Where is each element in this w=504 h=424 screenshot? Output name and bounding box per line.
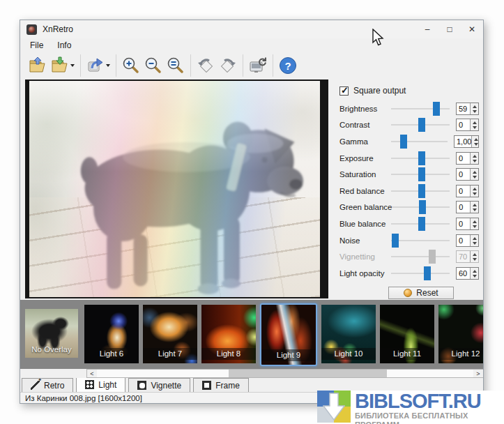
spin-down-icon[interactable] (471, 224, 478, 229)
spin-up-icon[interactable] (471, 268, 478, 273)
close-button[interactable]: ✕ (461, 20, 483, 38)
slider-thumb[interactable] (429, 250, 436, 264)
value-spinbox[interactable]: 60 (456, 267, 479, 280)
value-spinbox[interactable]: 0 (456, 218, 479, 230)
vignette-icon (137, 381, 146, 390)
slider-thumb[interactable] (433, 102, 440, 116)
spin-up-icon[interactable] (471, 103, 478, 109)
spin-up-icon[interactable] (471, 202, 478, 207)
spin-up-icon[interactable] (471, 218, 478, 224)
slider-thumb[interactable] (418, 184, 425, 198)
scroll-left-icon[interactable]: < (87, 370, 97, 377)
spin-down-icon[interactable] (471, 273, 478, 279)
filmstrip-scrollbar[interactable]: < > (86, 369, 484, 378)
display-settings-button[interactable] (247, 54, 269, 77)
tab-retro[interactable]: Retro (22, 378, 73, 392)
slider[interactable] (391, 151, 450, 165)
slider-thumb[interactable] (418, 167, 425, 181)
value-spinbox[interactable]: 0 (456, 234, 479, 247)
scrollbar-thumb[interactable] (229, 370, 387, 377)
open-file-button[interactable] (26, 54, 49, 77)
value-spinbox[interactable]: 0 (456, 185, 479, 197)
reset-label: Reset (416, 288, 438, 298)
overlay-thumbnail-light-8[interactable]: Light 8 (201, 305, 256, 363)
spin-down-icon[interactable] (471, 207, 478, 213)
menu-item-file[interactable]: File (23, 39, 50, 52)
spin-up-icon[interactable] (471, 153, 478, 158)
value-spinbox[interactable]: 59 (456, 103, 479, 115)
slider[interactable] (391, 118, 450, 132)
slider[interactable] (391, 102, 450, 116)
slider[interactable] (391, 250, 450, 264)
spin-down-icon[interactable] (471, 125, 478, 130)
slider-thumb[interactable] (419, 200, 426, 214)
spinbox-arrows (470, 153, 478, 164)
slider-label: Red balance (339, 187, 391, 195)
title-bar[interactable]: XnRetro –□✕ (20, 20, 483, 38)
spinbox-value: 60 (457, 268, 470, 279)
value-spinbox[interactable]: 0 (456, 152, 479, 165)
slider-thumb[interactable] (392, 234, 399, 248)
spin-down-icon[interactable] (471, 109, 478, 114)
rotate-left-button[interactable] (194, 54, 217, 77)
slider[interactable] (391, 184, 450, 198)
slider-thumb[interactable] (418, 217, 425, 231)
overlay-thumbnail-light-12[interactable]: Light 12 (438, 305, 484, 363)
slider-thumb[interactable] (418, 118, 425, 132)
zoom-actual-button[interactable] (165, 54, 187, 77)
spin-down-icon[interactable] (471, 174, 478, 180)
rotate-right-button[interactable] (217, 54, 239, 77)
slider-thumb[interactable] (424, 266, 431, 280)
help-button[interactable]: ? (277, 54, 299, 77)
spin-up-icon[interactable] (472, 136, 478, 142)
overlay-thumbnail-label: Light 12 (438, 348, 484, 360)
wand-icon (31, 381, 40, 390)
scroll-right-icon[interactable]: > (473, 370, 483, 377)
spin-up-icon[interactable] (471, 235, 478, 241)
value-spinbox[interactable]: 0 (456, 119, 479, 131)
zoom-out-button[interactable] (142, 54, 165, 77)
watermark-subtitle: БИБЛИОТЕКА БЕСПЛАТНЫХ ПРОГРАММ (355, 411, 504, 424)
spin-down-icon[interactable] (471, 191, 478, 197)
spin-down-icon[interactable] (472, 142, 478, 147)
no-overlay-thumbnail[interactable]: No Overlay (25, 309, 78, 358)
reset-button[interactable]: Reset (388, 287, 454, 299)
slider[interactable] (391, 135, 448, 149)
square-output-checkbox[interactable] (339, 86, 349, 96)
zoom-in-button[interactable] (120, 54, 142, 77)
export-button[interactable] (84, 54, 107, 77)
spin-down-icon[interactable] (471, 241, 478, 246)
tab-light[interactable]: Light (76, 377, 125, 392)
slider[interactable] (391, 234, 450, 248)
overlay-thumbnail-light-11[interactable]: Light 11 (380, 305, 434, 363)
value-spinbox[interactable]: 70 (456, 250, 479, 263)
spin-up-icon[interactable] (471, 251, 478, 257)
spin-down-icon[interactable] (471, 257, 478, 262)
tab-vignette[interactable]: Vignette (128, 378, 190, 392)
scrollbar-track[interactable] (97, 370, 473, 377)
slider[interactable] (391, 266, 450, 280)
spin-up-icon[interactable] (471, 186, 478, 191)
slider-row-exposure: Exposure 0 (339, 150, 479, 167)
slider-thumb[interactable] (400, 135, 407, 149)
value-spinbox[interactable]: 0 (456, 168, 479, 181)
maximize-button[interactable]: □ (438, 20, 461, 38)
spinbox-value: 0 (457, 119, 470, 130)
slider[interactable] (392, 200, 450, 214)
slider[interactable] (391, 217, 450, 231)
spin-down-icon[interactable] (471, 158, 478, 164)
minimize-button[interactable]: – (416, 20, 438, 38)
tab-frame[interactable]: Frame (193, 378, 249, 392)
overlay-thumbnail-light-9[interactable]: Light 9 (260, 303, 317, 366)
slider[interactable] (391, 167, 450, 181)
overlay-thumbnail-light-7[interactable]: Light 7 (143, 305, 197, 363)
value-spinbox[interactable]: 1,00 (454, 135, 479, 148)
save-file-button[interactable] (49, 54, 71, 77)
menu-item-info[interactable]: Info (50, 39, 78, 52)
overlay-thumbnail-light-10[interactable]: Light 10 (321, 305, 376, 363)
overlay-thumbnail-light-6[interactable]: Light 6 (84, 305, 139, 363)
slider-thumb[interactable] (418, 151, 425, 165)
value-spinbox[interactable]: 0 (456, 201, 479, 213)
spin-up-icon[interactable] (471, 169, 478, 174)
spin-up-icon[interactable] (471, 119, 478, 125)
